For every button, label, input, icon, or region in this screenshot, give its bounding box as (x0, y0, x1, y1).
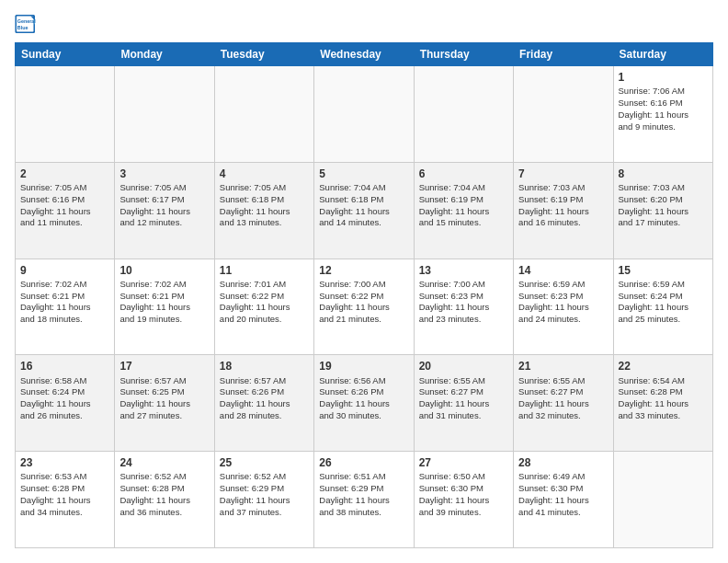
day-number: 16 (20, 359, 109, 373)
day-info: Sunset: 6:20 PM (619, 194, 708, 206)
day-number: 26 (319, 455, 408, 470)
day-number: 20 (419, 359, 508, 373)
day-info: Sunrise: 7:02 AM (20, 279, 109, 291)
calendar-cell (214, 66, 313, 163)
day-info: Sunset: 6:21 PM (119, 291, 209, 303)
weekday-header-saturday: Saturday (613, 43, 712, 66)
day-info: and 31 minutes. (419, 410, 508, 422)
day-info: Daylight: 11 hours (220, 302, 309, 314)
day-info: Sunset: 6:26 PM (220, 386, 309, 398)
calendar-cell: 24Sunrise: 6:52 AMSunset: 6:28 PMDayligh… (115, 452, 214, 548)
day-info: Daylight: 11 hours (419, 495, 508, 507)
day-info: and 27 minutes. (119, 410, 209, 422)
calendar-cell: 21Sunrise: 6:55 AMSunset: 6:27 PMDayligh… (514, 355, 613, 452)
day-number: 15 (619, 263, 708, 278)
weekday-header-friday: Friday (514, 43, 613, 66)
day-info: Daylight: 11 hours (518, 495, 608, 507)
day-info: Daylight: 11 hours (220, 206, 309, 218)
day-info: and 13 minutes. (220, 217, 309, 229)
week-row-3: 16Sunrise: 6:58 AMSunset: 6:24 PMDayligh… (16, 355, 713, 452)
calendar-cell: 23Sunrise: 6:53 AMSunset: 6:28 PMDayligh… (16, 452, 115, 548)
day-info: Sunrise: 7:05 AM (20, 182, 109, 194)
day-info: Daylight: 11 hours (619, 109, 708, 121)
day-info: Sunset: 6:23 PM (518, 291, 608, 303)
day-info: and 25 minutes. (619, 314, 708, 326)
week-row-2: 9Sunrise: 7:02 AMSunset: 6:21 PMDaylight… (16, 259, 713, 355)
calendar-cell: 17Sunrise: 6:57 AMSunset: 6:25 PMDayligh… (115, 355, 214, 452)
calendar-cell: 20Sunrise: 6:55 AMSunset: 6:27 PMDayligh… (414, 355, 513, 452)
day-number: 6 (419, 167, 508, 181)
day-info: Sunrise: 7:00 AM (419, 279, 508, 291)
day-info: and 26 minutes. (20, 410, 109, 422)
day-info: Sunset: 6:18 PM (220, 194, 309, 206)
day-info: Daylight: 11 hours (119, 302, 209, 314)
day-number: 7 (518, 167, 608, 181)
day-info: Sunrise: 6:49 AM (518, 471, 608, 483)
day-info: Sunset: 6:18 PM (319, 194, 408, 206)
week-row-4: 23Sunrise: 6:53 AMSunset: 6:28 PMDayligh… (16, 452, 713, 548)
day-info: and 11 minutes. (20, 217, 109, 229)
day-info: Sunrise: 7:00 AM (319, 279, 408, 291)
calendar-cell: 12Sunrise: 7:00 AMSunset: 6:22 PMDayligh… (314, 259, 414, 355)
day-info: and 12 minutes. (119, 217, 209, 229)
calendar-cell: 4Sunrise: 7:05 AMSunset: 6:18 PMDaylight… (214, 162, 313, 259)
weekday-header-sunday: Sunday (16, 43, 115, 66)
day-info: and 38 minutes. (319, 507, 408, 519)
day-info: Sunrise: 6:51 AM (319, 471, 408, 483)
day-info: and 20 minutes. (220, 314, 309, 326)
day-info: Daylight: 11 hours (220, 495, 309, 507)
day-info: and 16 minutes. (518, 217, 608, 229)
day-info: Daylight: 11 hours (619, 206, 708, 218)
day-info: Sunrise: 7:01 AM (220, 279, 309, 291)
day-info: and 34 minutes. (20, 507, 109, 519)
day-number: 22 (619, 359, 708, 373)
day-info: Sunset: 6:16 PM (20, 194, 109, 206)
day-info: Daylight: 11 hours (119, 495, 209, 507)
day-number: 19 (319, 359, 408, 373)
day-number: 11 (220, 263, 309, 278)
day-number: 4 (220, 167, 309, 181)
day-info: Sunrise: 6:56 AM (319, 375, 408, 387)
calendar-cell: 9Sunrise: 7:02 AMSunset: 6:21 PMDaylight… (16, 259, 115, 355)
day-info: Sunset: 6:17 PM (119, 194, 209, 206)
calendar-cell (115, 66, 214, 163)
day-info: and 19 minutes. (119, 314, 209, 326)
calendar-cell (514, 66, 613, 163)
calendar-cell (16, 66, 115, 163)
day-info: and 36 minutes. (119, 507, 209, 519)
weekday-header-row: SundayMondayTuesdayWednesdayThursdayFrid… (16, 43, 713, 66)
weekday-header-wednesday: Wednesday (314, 43, 414, 66)
day-info: and 21 minutes. (319, 314, 408, 326)
day-info: Sunrise: 7:05 AM (119, 182, 209, 194)
day-info: Sunset: 6:24 PM (20, 386, 109, 398)
calendar-cell: 27Sunrise: 6:50 AMSunset: 6:30 PMDayligh… (414, 452, 513, 548)
weekday-header-tuesday: Tuesday (214, 43, 313, 66)
day-info: Sunrise: 6:52 AM (220, 471, 309, 483)
day-info: Sunset: 6:21 PM (20, 291, 109, 303)
calendar-cell (314, 66, 414, 163)
day-info: Sunrise: 6:59 AM (518, 279, 608, 291)
day-info: Sunset: 6:16 PM (619, 98, 708, 109)
calendar-cell: 3Sunrise: 7:05 AMSunset: 6:17 PMDaylight… (115, 162, 214, 259)
day-info: Sunset: 6:26 PM (319, 386, 408, 398)
day-number: 21 (518, 359, 608, 373)
page: General Blue SundayMondayTuesdayWednesda… (0, 0, 728, 563)
day-info: and 23 minutes. (419, 314, 508, 326)
day-number: 10 (119, 263, 209, 278)
day-info: Sunrise: 6:57 AM (119, 375, 209, 387)
day-info: Daylight: 11 hours (119, 398, 209, 410)
day-info: Sunset: 6:27 PM (419, 386, 508, 398)
day-info: Sunrise: 6:57 AM (220, 375, 309, 387)
calendar-cell: 8Sunrise: 7:03 AMSunset: 6:20 PMDaylight… (613, 162, 712, 259)
calendar-cell: 18Sunrise: 6:57 AMSunset: 6:26 PMDayligh… (214, 355, 313, 452)
day-info: Daylight: 11 hours (319, 495, 408, 507)
calendar-cell: 19Sunrise: 6:56 AMSunset: 6:26 PMDayligh… (314, 355, 414, 452)
calendar-cell (613, 452, 712, 548)
day-info: Daylight: 11 hours (419, 206, 508, 218)
day-info: Daylight: 11 hours (419, 398, 508, 410)
calendar-cell: 16Sunrise: 6:58 AMSunset: 6:24 PMDayligh… (16, 355, 115, 452)
day-number: 27 (419, 455, 508, 470)
weekday-header-monday: Monday (115, 43, 214, 66)
day-info: Sunset: 6:23 PM (419, 291, 508, 303)
calendar-cell (414, 66, 513, 163)
